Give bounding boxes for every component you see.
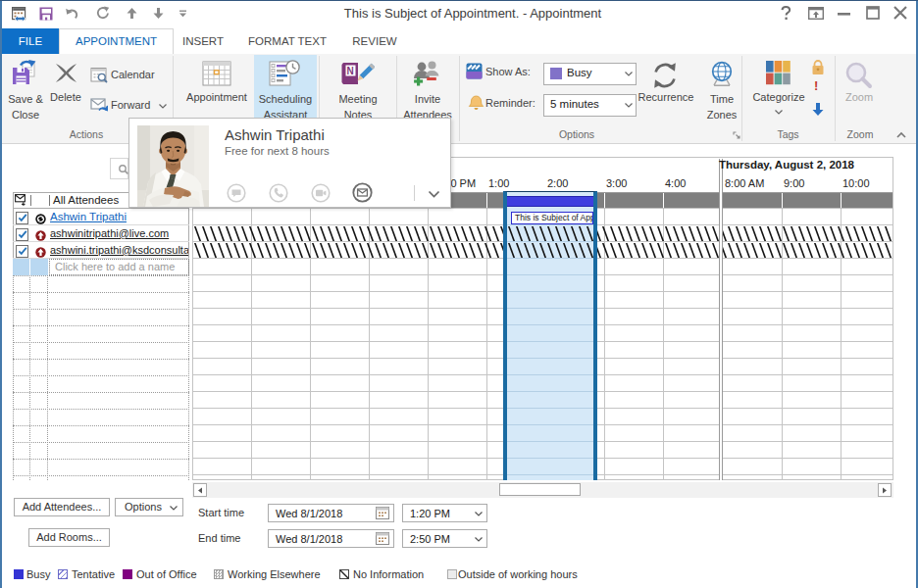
svg-text:N: N: [347, 66, 354, 76]
